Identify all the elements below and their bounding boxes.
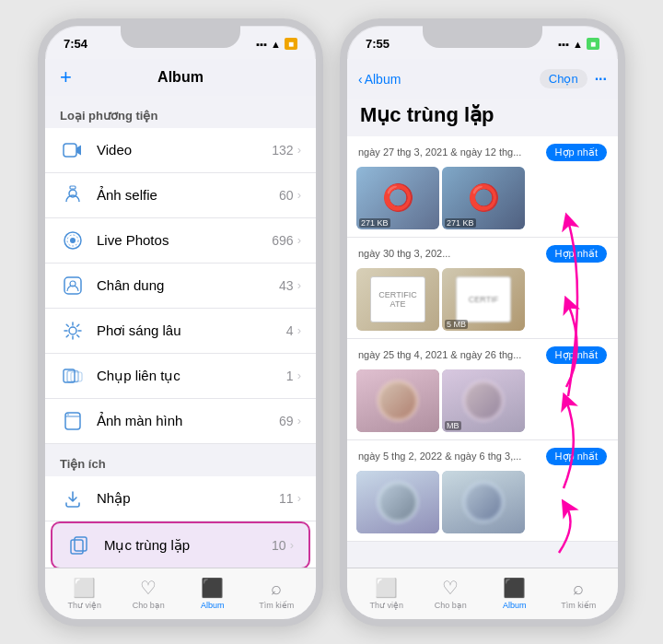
exposure-count: 4: [286, 323, 294, 338]
right-notch: [423, 26, 542, 48]
library-label: Thư viện: [67, 601, 101, 610]
dup-img-2a: CERTIFICATE: [356, 268, 439, 331]
hop-nhat-3[interactable]: Hợp nhất: [546, 346, 607, 364]
selfie-label: Ảnh selfie: [97, 187, 279, 204]
portrait-icon: [60, 273, 86, 299]
dup-img-3a: [356, 369, 439, 432]
add-button[interactable]: +: [60, 67, 72, 88]
list-item-screenshot[interactable]: Ảnh màn hình 69 ›: [45, 399, 316, 444]
img-size-2b: 5 MB: [445, 320, 468, 329]
live-label: Live Photos: [97, 232, 272, 248]
back-label: Album: [365, 72, 401, 87]
list-item-portrait[interactable]: Chân dung 43 ›: [45, 263, 316, 309]
right-for-you-icon: ♡: [442, 577, 459, 599]
tab-library[interactable]: ⬜ Thư viện: [52, 577, 117, 610]
duplicate-chevron: ›: [290, 538, 294, 552]
right-wifi-icon: ▲: [573, 39, 583, 50]
duplicate-count: 10: [272, 538, 286, 553]
img-size-3b: MB: [445, 421, 461, 430]
svg-point-14: [67, 414, 69, 416]
video-icon: [60, 137, 86, 163]
list-item-video[interactable]: Video 132 ›: [45, 128, 316, 173]
right-tab-search[interactable]: ⌕ Tìm kiếm: [547, 578, 611, 610]
dup-section-3: ngày 25 thg 4, 2021 & ngày 26 thg... Hợp…: [347, 339, 618, 440]
left-nav-bar: + Album: [45, 59, 316, 96]
portrait-count: 43: [279, 278, 294, 293]
selfie-icon: [60, 182, 86, 208]
duplicate-label: Mục trùng lặp: [104, 537, 272, 554]
media-types-list: Video 132 › Ảnh selfie 60 › Live Photos …: [45, 128, 316, 444]
back-button[interactable]: ‹ Album: [358, 72, 401, 87]
list-item-burst[interactable]: Chụp liên tục 1 ›: [45, 354, 316, 399]
right-status-icons: ▪▪▪ ▲ ■: [558, 38, 599, 50]
left-scroll-area: Loại phương tiện Video 132 › Ảnh selfie …: [45, 96, 316, 568]
img-size-1a: 271 KB: [359, 218, 390, 228]
exposure-chevron: ›: [297, 323, 301, 337]
dup-header-4: ngày 5 thg 2, 2022 & ngày 6 thg 3,... Hợ…: [347, 440, 618, 469]
dup-img-1b: ⭕ 271 KB: [442, 167, 525, 229]
battery-icon: ■: [285, 38, 297, 50]
right-tab-album[interactable]: ⬛ Album: [483, 577, 547, 610]
right-album-icon: ⬛: [503, 577, 526, 599]
list-item-selfie[interactable]: Ảnh selfie 60 ›: [45, 173, 316, 218]
tab-album[interactable]: ⬛ Album: [180, 577, 245, 610]
hop-nhat-1[interactable]: Hợp nhất: [546, 144, 607, 161]
section1-header: Loại phương tiện: [45, 96, 316, 128]
for-you-icon: ♡: [140, 577, 157, 599]
dup-header-3: ngày 25 thg 4, 2021 & ngày 26 thg... Hợp…: [347, 339, 618, 368]
library-icon: ⬜: [73, 577, 96, 599]
right-library-label: Thư viện: [369, 601, 403, 610]
right-tab-library[interactable]: ⬜ Thư viện: [355, 577, 419, 610]
hop-nhat-4[interactable]: Hợp nhất: [546, 448, 607, 465]
tab-for-you[interactable]: ♡ Cho bạn: [117, 577, 181, 610]
left-nav-title: Album: [157, 69, 204, 86]
dup-section-4: ngày 5 thg 2, 2022 & ngày 6 thg 3,... Hợ…: [347, 440, 618, 542]
search-label: Tìm kiếm: [259, 601, 294, 610]
right-scroll-area: ngày 27 thg 3, 2021 & ngày 12 thg... Hợp…: [347, 136, 618, 568]
live-icon: [60, 228, 86, 253]
screenshot-count: 69: [279, 414, 294, 428]
portrait-chevron: ›: [297, 278, 301, 292]
list-item-exposure[interactable]: Phơi sáng lâu 4 ›: [45, 309, 316, 354]
dup-date-4: ngày 5 thg 2, 2022 & ngày 6 thg 3,...: [358, 451, 546, 462]
right-album-label: Album: [503, 601, 527, 610]
burst-chevron: ›: [297, 369, 301, 382]
video-chevron: ›: [297, 143, 301, 157]
list-item-live[interactable]: Live Photos 696 ›: [45, 218, 316, 263]
hop-nhat-2[interactable]: Hợp nhất: [546, 245, 607, 263]
import-count: 11: [279, 491, 294, 506]
album-icon: ⬛: [201, 577, 224, 599]
exposure-label: Phơi sáng lâu: [97, 322, 286, 339]
right-page-title: Mục trùng lặp: [347, 100, 618, 136]
dup-images-2: CERTIFICATE CERTIF 5 MB: [347, 266, 618, 338]
screenshot-label: Ảnh màn hình: [97, 413, 279, 429]
video-label: Video: [97, 142, 272, 158]
tab-search[interactable]: ⌕ Tìm kiếm: [245, 578, 309, 610]
dup-header-1: ngày 27 thg 3, 2021 & ngày 12 thg... Hợp…: [347, 136, 618, 165]
notch: [121, 26, 240, 48]
right-signal-icon: ▪▪▪: [558, 39, 569, 50]
live-count: 696: [272, 233, 293, 248]
list-item-import[interactable]: Nhập 11 ›: [45, 476, 316, 521]
wifi-icon: ▲: [271, 39, 281, 50]
utilities-list: Nhập 11 › Mục trùng lặp 10 › Bị ẩn 🔒: [45, 476, 316, 568]
import-icon: [60, 486, 86, 511]
right-nav-actions: Chọn ···: [540, 69, 607, 88]
svg-point-8: [69, 327, 76, 334]
list-item-duplicate[interactable]: Mục trùng lặp 10 ›: [51, 521, 310, 568]
left-time: 7:54: [64, 37, 87, 51]
dup-images-1: ⭕ 271 KB ⭕ 271 KB: [347, 165, 618, 237]
right-for-you-label: Cho bạn: [435, 601, 467, 610]
svg-rect-12: [65, 413, 80, 429]
chon-button[interactable]: Chọn: [540, 69, 587, 88]
more-button[interactable]: ···: [595, 71, 607, 88]
dup-section-2: ngày 30 thg 3, 202... Hợp nhất CERTIFICA…: [347, 238, 618, 339]
dup-section-1: ngày 27 thg 3, 2021 & ngày 12 thg... Hợp…: [347, 136, 618, 238]
import-chevron: ›: [297, 491, 301, 505]
selfie-chevron: ›: [297, 188, 301, 202]
right-tab-for-you[interactable]: ♡ Cho bạn: [419, 577, 483, 610]
right-time: 7:55: [366, 37, 390, 51]
burst-label: Chụp liên tục: [97, 368, 286, 384]
selfie-count: 60: [279, 188, 294, 203]
dup-img-3b: MB: [442, 369, 525, 432]
